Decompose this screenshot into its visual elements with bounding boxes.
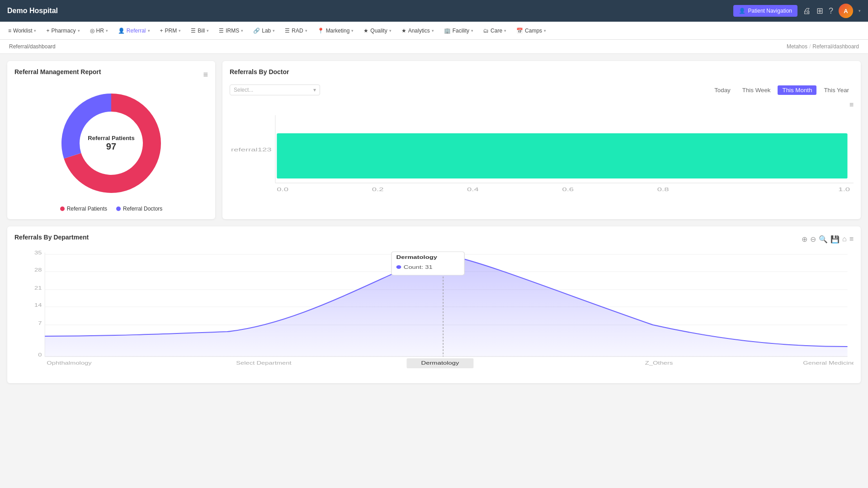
time-btn-this-month[interactable]: This Month: [778, 85, 816, 95]
svg-text:Dermatology: Dermatology: [421, 360, 459, 366]
menu-item-analytics[interactable]: ★ Analytics ▾: [397, 26, 439, 36]
doctor-chart-menu-icon[interactable]: ≡: [849, 101, 854, 109]
facility-icon: 🏢: [444, 28, 451, 34]
top-bar: Demo Hospital 👤 Patient Navigation 🖨 ⊞ ?…: [0, 0, 868, 22]
time-filter-group: Today This Week This Month This Year: [710, 85, 854, 95]
time-btn-this-week[interactable]: This Week: [738, 85, 775, 95]
menu-item-quality[interactable]: ★ Quality ▾: [359, 26, 396, 36]
dept-chart-home-icon[interactable]: ⌂: [842, 235, 847, 244]
legend-referral-doctors: Referral Doctors: [116, 206, 162, 212]
lab-icon: 🔗: [253, 28, 260, 34]
breadcrumb-home[interactable]: Metahos: [787, 43, 807, 50]
top-bar-right: 👤 Patient Navigation 🖨 ⊞ ? A ▾: [733, 4, 861, 18]
svg-point-27: [396, 265, 401, 269]
dept-chart-toolbar: ⊕ ⊖ 🔍 💾 ⌂ ≡: [802, 235, 854, 244]
referrals-by-department-card: Referrals By Department ⊕ ⊖ 🔍 💾 ⌂ ≡ 35 2…: [7, 226, 861, 383]
svg-text:General Medicine: General Medicine: [803, 360, 854, 366]
referrals-by-doctor-title: Referrals By Doctor: [230, 68, 289, 75]
irms-icon: ☰: [219, 28, 224, 34]
menu-item-camps[interactable]: 📅 Camps ▾: [512, 26, 551, 36]
svg-text:Ophthalmology: Ophthalmology: [47, 360, 92, 366]
quality-chevron: ▾: [389, 28, 392, 33]
top-row: Referral Management Report ≡ Referral Pa…: [7, 61, 861, 219]
time-btn-this-year[interactable]: This Year: [819, 85, 854, 95]
pharmacy-icon: +: [46, 28, 49, 34]
irms-chevron: ▾: [241, 28, 243, 33]
dept-chart-search-icon[interactable]: 🔍: [819, 235, 828, 244]
pharmacy-chevron: ▾: [78, 28, 80, 33]
menu-item-lab[interactable]: 🔗 Lab ▾: [249, 26, 279, 36]
print-icon[interactable]: 🖨: [803, 6, 811, 16]
menu-item-prm[interactable]: + PRM ▾: [156, 26, 186, 36]
referral-chevron: ▾: [148, 28, 150, 33]
referral-management-card: Referral Management Report ≡ Referral Pa…: [7, 61, 215, 219]
dept-chart-zoom-in-icon[interactable]: ⊕: [802, 235, 807, 244]
menu-item-hr[interactable]: ◎ HR ▾: [85, 26, 113, 36]
menu-item-irms[interactable]: ☰ IRMS ▾: [214, 26, 248, 36]
time-btn-today[interactable]: Today: [710, 85, 735, 95]
menu-item-rad[interactable]: ☰ RAD ▾: [280, 26, 311, 36]
doctor-select-chevron: ▾: [313, 87, 316, 93]
patient-nav-button[interactable]: 👤 Patient Navigation: [733, 5, 797, 17]
svg-text:0: 0: [38, 352, 42, 358]
camps-icon: 📅: [516, 28, 523, 34]
svg-text:Dermatology: Dermatology: [396, 254, 438, 260]
camps-chevron: ▾: [544, 28, 546, 33]
svg-text:Sharan referral123: Sharan referral123: [230, 147, 272, 152]
breadcrumb-page: Referral/dashboard: [812, 43, 859, 50]
donut-center-label: Referral Patients: [88, 135, 134, 141]
svg-text:14: 14: [34, 302, 42, 308]
marketing-chevron: ▾: [351, 28, 354, 33]
referral-management-menu-icon[interactable]: ≡: [203, 70, 208, 80]
svg-text:28: 28: [34, 267, 42, 273]
referrals-by-doctor-card: Referrals By Doctor Select... ▾ Today Th…: [222, 61, 861, 219]
menu-item-bill[interactable]: ☰ Bill ▾: [186, 26, 213, 36]
menu-item-worklist[interactable]: ≡ Worklist ▾: [4, 26, 41, 36]
patient-nav-icon: 👤: [739, 8, 745, 14]
care-icon: 🗂: [483, 28, 489, 34]
worklist-icon: ≡: [8, 28, 11, 34]
hr-chevron: ▾: [106, 28, 108, 33]
doctor-select[interactable]: Select... ▾: [230, 84, 320, 95]
dept-chart-download-icon[interactable]: 💾: [830, 235, 840, 244]
donut-center-value: 97: [88, 141, 134, 152]
svg-text:Z_Others: Z_Others: [645, 360, 673, 366]
doctor-bar-chart: Sharan referral123 0.0 0.2 0.4 0.6 0.8 1…: [230, 111, 854, 202]
svg-text:0.0: 0.0: [277, 187, 288, 192]
legend-dot-patients: [60, 206, 65, 211]
menu-item-facility[interactable]: 🏢 Facility ▾: [439, 26, 478, 36]
dept-chart-zoom-out-icon[interactable]: ⊖: [810, 235, 816, 244]
svg-text:7: 7: [38, 320, 42, 326]
avatar-chevron-icon[interactable]: ▾: [859, 9, 861, 13]
donut-center: Referral Patients 97: [88, 135, 134, 152]
svg-text:0.2: 0.2: [372, 187, 384, 192]
referral-icon: 👤: [118, 28, 125, 34]
lab-chevron: ▾: [273, 28, 275, 33]
menu-item-referral[interactable]: 👤 Referral ▾: [113, 26, 155, 36]
bill-chevron: ▾: [207, 28, 209, 33]
donut-legend: Referral Patients Referral Doctors: [60, 206, 163, 212]
dept-chart-title: Referrals By Department: [14, 234, 89, 241]
svg-text:35: 35: [34, 250, 42, 256]
hr-icon: ◎: [90, 28, 94, 34]
menu-bar: ≡ Worklist ▾ + Pharmacy ▾ ◎ HR ▾ 👤 Refer…: [0, 22, 868, 40]
svg-text:1.0: 1.0: [838, 187, 850, 192]
breadcrumb-current: Referral/dashboard: [9, 43, 56, 50]
menu-item-marketing[interactable]: 📍 Marketing ▾: [313, 26, 359, 36]
bill-icon: ☰: [191, 28, 196, 34]
dept-chart-menu-icon[interactable]: ≡: [849, 235, 854, 244]
breadcrumb-right: Metahos / Referral/dashboard: [787, 43, 859, 50]
legend-dot-doctors: [116, 206, 121, 211]
doctor-select-placeholder: Select...: [234, 87, 253, 93]
avatar[interactable]: A: [839, 4, 853, 18]
app-title: Demo Hospital: [7, 7, 58, 15]
legend-referral-patients: Referral Patients: [60, 206, 107, 212]
svg-text:Select Department: Select Department: [236, 360, 292, 366]
main-content: Referral Management Report ≡ Referral Pa…: [0, 54, 868, 390]
help-icon[interactable]: ?: [829, 6, 833, 16]
layout-icon[interactable]: ⊞: [816, 6, 823, 16]
rad-chevron: ▾: [305, 28, 307, 33]
menu-item-care[interactable]: 🗂 Care ▾: [479, 26, 511, 36]
menu-item-pharmacy[interactable]: + Pharmacy ▾: [42, 26, 84, 36]
analytics-chevron: ▾: [432, 28, 434, 33]
